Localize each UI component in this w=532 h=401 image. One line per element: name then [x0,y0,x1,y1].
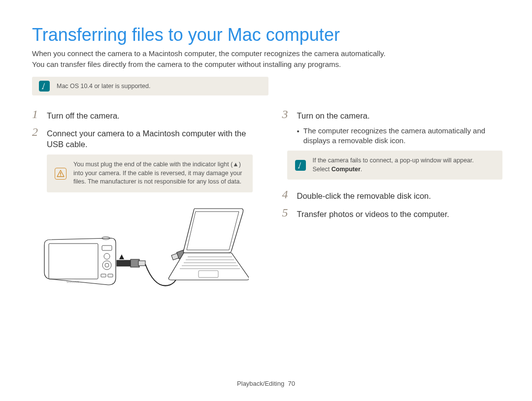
intro-paragraph: When you connect the camera to a Macinto… [32,48,502,70]
camera-to-laptop-illustration: SAMSUNG [42,201,239,300]
step-1: 1 Turn off the camera. [32,108,253,121]
page-title: Transferring files to your Mac computer [32,25,502,45]
step-5-text: Transfer photos or videos to the compute… [297,207,449,219]
step-2: 2 Connect your camera to a Macintosh com… [32,126,253,150]
info-icon [295,160,306,171]
intro-line-1: When you connect the camera to a Macinto… [32,49,386,58]
note-line-b-bold: Computer [332,166,361,173]
note-connect-fail: If the camera fails to connect, a pop-up… [287,151,503,180]
manual-page: Transferring files to your Mac computer … [0,0,532,401]
step-number-4: 4 [282,188,291,200]
step-4-text: Double-click the removable disk icon. [297,188,431,201]
bullet-dot-icon: • [297,126,299,146]
step-number-3: 3 [282,108,291,120]
note-line-a: If the camera fails to connect, a pop-up… [313,157,474,164]
note-connect-fail-text: If the camera fails to connect, a pop-up… [313,156,474,174]
intro-line-2: You can transfer files directly from the… [32,60,341,68]
footer-page-number: 70 [288,380,295,387]
svg-rect-0 [42,88,43,89]
note-line-b-pre: Select [313,166,332,173]
step-5: 5 Transfer photos or videos to the compu… [282,207,503,219]
step-3-bullet: • The computer recognizes the camera aut… [282,126,503,146]
svg-text:SAMSUNG: SAMSUNG [66,280,79,283]
content-columns: 1 Turn off the camera. 2 Connect your ca… [32,108,502,300]
svg-rect-14 [131,259,139,267]
warning-cable-text: You must plug the end of the cable with … [73,160,245,186]
note-mac-os: Mac OS 10.4 or later is supported. [32,77,268,95]
svg-rect-20 [298,167,299,168]
step-1-text: Turn off the camera. [47,108,120,121]
step-4: 4 Double-click the removable disk icon. [282,188,503,201]
page-footer: Playback/Editing 70 [0,380,532,387]
note-mac-os-text: Mac OS 10.4 or later is supported. [57,83,150,90]
note-line-b-tail: . [361,166,362,173]
step-number-2: 2 [32,126,41,138]
step-3-bullet-text: The computer recognizes the camera autom… [303,126,502,146]
warning-icon [55,168,66,180]
svg-rect-15 [138,261,145,266]
step-number-1: 1 [32,108,41,120]
svg-marker-12 [119,254,124,259]
step-3: 3 Turn on the camera. [282,108,503,121]
svg-rect-13 [117,260,132,266]
info-icon [39,81,50,92]
step-number-5: 5 [282,207,291,218]
svg-rect-1 [60,172,61,175]
left-column: 1 Turn off the camera. 2 Connect your ca… [32,108,253,300]
right-column: 3 Turn on the camera. • The computer rec… [282,108,503,300]
warning-cable: You must plug the end of the cable with … [47,154,253,192]
step-2-text: Connect your camera to a Macintosh compu… [47,126,253,150]
svg-rect-2 [60,175,61,176]
footer-section: Playback/Editing [237,380,284,387]
step-3-text: Turn on the camera. [297,108,370,121]
